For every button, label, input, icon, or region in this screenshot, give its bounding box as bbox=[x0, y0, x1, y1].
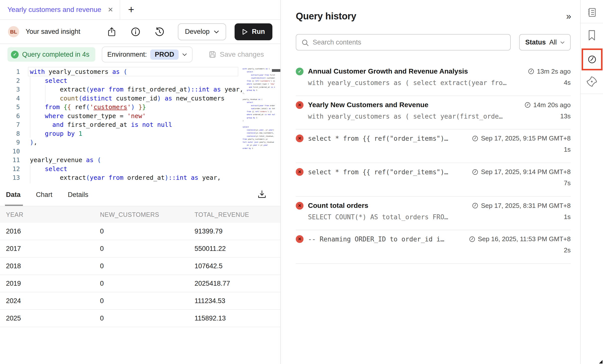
minimap-line: group by 1 bbox=[243, 116, 275, 119]
table-row: 20240111234.53 bbox=[0, 292, 280, 310]
minimap-line: select bbox=[243, 126, 275, 129]
table-row: 20180107642.5 bbox=[0, 258, 280, 275]
line-number: 4 bbox=[0, 94, 20, 103]
code-line: ), bbox=[30, 138, 37, 147]
tool-icon-bar bbox=[580, 0, 603, 364]
lineage-icon[interactable] bbox=[581, 75, 603, 89]
code-line: count(distinct customer_id) as new_custo… bbox=[30, 94, 225, 103]
line-number: 8 bbox=[0, 129, 20, 138]
query-history-item-title: Annual Customer Growth and Revenue Analy… bbox=[308, 67, 468, 75]
minimap-line: from {{ ref('customers') }} bbox=[243, 80, 275, 83]
minimap-line: count(distinct customer_id) as new_custo… bbox=[243, 77, 275, 80]
collapse-panel-icon[interactable]: » bbox=[566, 11, 571, 22]
query-history-item[interactable]: ✕Count total ordersSep 17, 2025, 8:31 PM… bbox=[296, 197, 571, 230]
query-history-item[interactable]: ✕Yearly New Customers and Revenue14m 20s… bbox=[296, 96, 571, 130]
workspace-panel: Yearly customers and revenue ✕ + BL Your… bbox=[0, 0, 281, 364]
code-line: yearly_revenue as ( bbox=[30, 156, 101, 164]
query-status-text: Query completed in 4s bbox=[22, 51, 89, 58]
results-tab-details[interactable]: Details bbox=[68, 183, 89, 206]
run-button[interactable]: Run bbox=[235, 23, 272, 40]
minimap-line: group by 1 bbox=[243, 89, 275, 92]
column-header: NEW_CUSTOMERS bbox=[100, 211, 195, 218]
table-cell: 0 bbox=[100, 297, 195, 305]
query-history-item-duration: 4s bbox=[564, 79, 571, 87]
query-history-panel: Query history » Status All ✓Annual Custo… bbox=[281, 0, 580, 364]
minimap[interactable]: with yearly_customers as ( select extrac… bbox=[243, 65, 275, 183]
code-line: extract(year from first_ordered_at)::int… bbox=[30, 85, 243, 94]
status-success-icon: ✓ bbox=[296, 68, 303, 75]
tab-close-icon[interactable]: ✕ bbox=[108, 6, 113, 14]
status-error-icon: ✕ bbox=[296, 101, 303, 109]
table-cell: 115892.13 bbox=[195, 315, 280, 322]
status-error-icon: ✕ bbox=[296, 235, 303, 243]
query-status-pill: ✓ Query completed in 4s bbox=[7, 47, 95, 62]
download-icon[interactable] bbox=[257, 190, 266, 199]
sql-code-editor[interactable]: 12345678910111213 with yearly_customers … bbox=[0, 65, 280, 183]
search-box bbox=[296, 34, 511, 50]
avatar: BL bbox=[8, 26, 19, 37]
results-tab-data[interactable]: Data bbox=[6, 183, 21, 206]
table-cell: 91399.79 bbox=[195, 228, 280, 235]
query-history-item-time: Sep 17, 2025, 9:14 PM GMT+8 bbox=[472, 168, 571, 176]
code-line: where customer_type = 'new' bbox=[30, 112, 146, 120]
minimap-line: with yearly_customers as ( bbox=[243, 67, 275, 70]
minimap-line: full outer join yearly_revenue yr bbox=[243, 141, 275, 144]
table-cell: 2016 bbox=[6, 228, 100, 235]
query-history-item[interactable]: ✓Annual Customer Growth and Revenue Anal… bbox=[296, 62, 571, 96]
query-history-item[interactable]: ✕-- Renaming ORDER_ID to order_id i…Sep … bbox=[296, 230, 571, 264]
tab-yearly-customers-and-revenue[interactable]: Yearly customers and revenue ✕ bbox=[0, 0, 120, 19]
status-error-icon: ✕ bbox=[296, 168, 303, 176]
search-icon bbox=[301, 39, 309, 47]
line-number: 7 bbox=[0, 120, 20, 129]
results-tab-chart[interactable]: Chart bbox=[36, 183, 52, 206]
minimap-line: sum(order_total) as total_revenue bbox=[243, 107, 275, 110]
develop-button[interactable]: Develop bbox=[178, 23, 226, 40]
query-history-item-sql: with yearly_customers as ( select extrac… bbox=[308, 79, 506, 87]
query-history-title: Query history bbox=[296, 11, 356, 22]
results-tab-bar: DataChartDetails bbox=[0, 183, 280, 206]
environment-selector[interactable]: Environment: PROD bbox=[102, 46, 193, 62]
line-number: 3 bbox=[0, 85, 20, 94]
results-panel: DataChartDetails YEARNEW_CUSTOMERSTOTAL_… bbox=[0, 183, 280, 327]
develop-label: Develop bbox=[185, 28, 209, 36]
table-cell: 0 bbox=[100, 245, 195, 253]
minimap-line: ), bbox=[243, 92, 275, 95]
notebook-icon[interactable] bbox=[581, 5, 603, 19]
query-history-item[interactable]: ✕select * from {{ ref("order_items")…Sep… bbox=[296, 130, 571, 163]
code-line: and first_ordered_at is not null bbox=[30, 120, 172, 129]
window-resize-handle[interactable] bbox=[599, 360, 603, 364]
query-history-item-time: 14m 20s ago bbox=[524, 101, 571, 109]
share-icon[interactable] bbox=[106, 26, 117, 37]
query-history-item-time: Sep 17, 2025, 8:31 PM GMT+8 bbox=[472, 202, 571, 210]
query-history-item-sql: with yearly_customers as ( select year(f… bbox=[308, 113, 503, 120]
save-changes-button[interactable]: Save changes bbox=[208, 50, 264, 58]
minimap-line: and first_ordered_at is not null bbox=[243, 86, 275, 89]
status-filter-dropdown[interactable]: Status All bbox=[519, 34, 571, 50]
table-cell: 2025418.77 bbox=[195, 280, 280, 287]
query-history-item-duration: 2s bbox=[564, 246, 571, 254]
tab-bar: Yearly customers and revenue ✕ + bbox=[0, 0, 280, 20]
table-row: 20170550011.22 bbox=[0, 240, 280, 258]
query-history-item[interactable]: ✕select * from {{ ref("order_items")…Sep… bbox=[296, 163, 571, 197]
insight-header: BL Your saved insight Devel bbox=[0, 20, 280, 44]
search-input[interactable] bbox=[296, 35, 510, 50]
editor-scrollbar-thumb[interactable] bbox=[272, 69, 280, 72]
results-table-header: YEARNEW_CUSTOMERSTOTAL_REVENUE bbox=[0, 206, 280, 223]
minimap-line bbox=[243, 122, 275, 125]
column-header: TOTAL_REVENUE bbox=[195, 211, 280, 218]
minimap-line: coalesce(yc.year, yr.year) as year, bbox=[243, 129, 275, 132]
history-clock-icon bbox=[587, 54, 598, 65]
table-cell: 2024 bbox=[6, 297, 100, 305]
chevron-down-icon bbox=[182, 53, 187, 56]
bookmark-icon[interactable] bbox=[581, 28, 603, 42]
line-number: 9 bbox=[0, 138, 20, 147]
column-header: YEAR bbox=[6, 211, 100, 218]
table-cell: 0 bbox=[100, 315, 195, 322]
minimap-line: extract(year from ordered_at)::int as ye… bbox=[243, 104, 275, 107]
info-icon[interactable] bbox=[130, 26, 141, 37]
editor-status-row: ✓ Query completed in 4s Environment: PRO… bbox=[0, 44, 280, 65]
minimap-line: select bbox=[243, 101, 275, 104]
minimap-line: where customer_type = 'new' bbox=[243, 83, 275, 86]
version-history-icon[interactable] bbox=[154, 26, 165, 37]
query-history-tool-active[interactable] bbox=[582, 48, 603, 70]
